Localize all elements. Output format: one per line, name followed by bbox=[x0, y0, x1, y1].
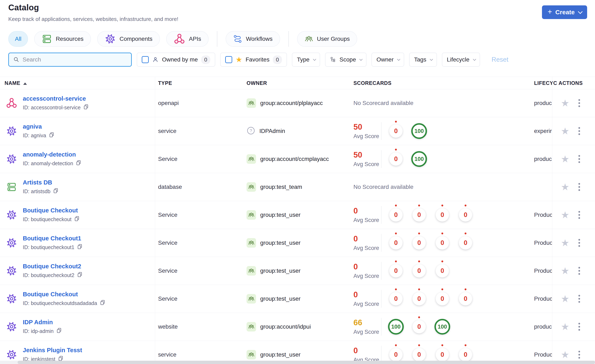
copy-icon[interactable] bbox=[76, 160, 81, 166]
tab-all[interactable]: All bbox=[8, 31, 28, 47]
copy-id-button[interactable] bbox=[100, 300, 106, 307]
entity-name-link[interactable]: IDP Admin bbox=[23, 319, 62, 326]
scorecard-badge[interactable]: 100 bbox=[384, 313, 408, 341]
row-menu-button[interactable] bbox=[577, 294, 581, 304]
favorite-star-button[interactable]: ★ bbox=[561, 294, 569, 304]
scorecard-badge[interactable]: 0 bbox=[408, 257, 431, 285]
row-menu-button[interactable] bbox=[577, 322, 581, 332]
column-header-type[interactable]: TYPE bbox=[158, 80, 172, 86]
entity-name-link[interactable]: anomaly-detection bbox=[23, 151, 81, 158]
copy-id-button[interactable] bbox=[83, 104, 89, 111]
entity-name-link[interactable]: Jenkins Plugin Tesst bbox=[23, 347, 82, 354]
owned-by-me-checkbox[interactable] bbox=[142, 56, 149, 63]
copy-id-button[interactable] bbox=[49, 132, 55, 139]
tab-user-groups[interactable]: User Groups bbox=[297, 31, 357, 47]
copy-icon[interactable] bbox=[49, 132, 55, 138]
scorecard-badge[interactable]: 0 bbox=[431, 201, 454, 229]
tab-workflows[interactable]: Workflows bbox=[226, 31, 280, 47]
scorecard-badge[interactable]: 0 bbox=[408, 201, 431, 229]
copy-id-button[interactable] bbox=[77, 272, 83, 279]
scorecard-badge[interactable]: 0 bbox=[384, 257, 408, 285]
scorecard-dot-icon bbox=[441, 204, 443, 206]
row-menu-button[interactable] bbox=[577, 266, 581, 276]
scorecard-badge[interactable]: 0 bbox=[454, 285, 477, 313]
scorecard-badge[interactable]: 100 bbox=[408, 145, 431, 173]
row-menu-button[interactable] bbox=[577, 238, 581, 248]
favorite-star-button[interactable]: ★ bbox=[561, 322, 569, 331]
entity-name-link[interactable]: Boutique Checkout bbox=[23, 291, 106, 298]
copy-icon[interactable] bbox=[74, 216, 80, 222]
copy-id-button[interactable] bbox=[74, 216, 80, 223]
copy-icon[interactable] bbox=[77, 244, 83, 250]
create-button[interactable]: + Create bbox=[542, 5, 587, 19]
scorecard-badge[interactable]: 0 bbox=[384, 201, 408, 229]
copy-id-button[interactable] bbox=[56, 328, 62, 335]
copy-icon[interactable] bbox=[77, 272, 83, 277]
entity-name-link[interactable]: Boutique Checkout bbox=[23, 207, 80, 214]
favorite-star-button[interactable]: ★ bbox=[561, 182, 569, 192]
copy-icon[interactable] bbox=[56, 328, 62, 333]
favorite-star-button[interactable]: ★ bbox=[561, 350, 569, 359]
row-menu-button[interactable] bbox=[577, 98, 581, 108]
gear-icon bbox=[105, 33, 116, 44]
scorecard-badge[interactable]: 0 bbox=[384, 145, 408, 173]
tags-filter-dropdown[interactable]: Tags bbox=[409, 53, 437, 67]
favorites-filter[interactable]: ★ Favorites 0 bbox=[220, 53, 287, 67]
scorecard-badge[interactable]: 0 bbox=[454, 201, 477, 229]
scorecard-badge[interactable]: 0 bbox=[431, 285, 454, 313]
scorecard-badge[interactable]: 0 bbox=[384, 117, 408, 145]
row-menu-button[interactable] bbox=[577, 210, 581, 220]
copy-icon[interactable] bbox=[58, 356, 64, 361]
column-header-scorecards[interactable]: SCORECARDS bbox=[354, 80, 392, 86]
entity-name-link[interactable]: agniva bbox=[23, 123, 55, 130]
tab-apis[interactable]: APIs bbox=[166, 31, 209, 47]
copy-icon[interactable] bbox=[83, 104, 89, 110]
scorecard-badge[interactable]: 0 bbox=[431, 229, 454, 257]
scorecard-badge[interactable]: 0 bbox=[454, 229, 477, 257]
favorite-star-button[interactable]: ★ bbox=[561, 154, 569, 164]
column-header-lifecycle[interactable]: LIFECYC bbox=[534, 80, 557, 86]
copy-id-button[interactable] bbox=[53, 188, 59, 195]
entity-name-link[interactable]: Artists DB bbox=[23, 179, 59, 186]
favorite-star-button[interactable]: ★ bbox=[561, 238, 569, 248]
entity-name-link[interactable]: Boutique Checkout2 bbox=[23, 263, 83, 270]
row-menu-button[interactable] bbox=[577, 154, 581, 164]
entity-name-link[interactable]: accesscontrol-service bbox=[23, 95, 89, 102]
scorecard-badge[interactable]: 0 bbox=[408, 313, 431, 341]
row-menu-button[interactable] bbox=[577, 350, 581, 360]
horizontal-scrollbar-thumb[interactable] bbox=[18, 361, 595, 364]
scope-filter-dropdown[interactable]: Scope bbox=[325, 53, 367, 67]
row-menu-button[interactable] bbox=[577, 126, 581, 136]
copy-id-button[interactable] bbox=[77, 244, 83, 251]
tab-components[interactable]: Components bbox=[97, 31, 160, 47]
horizontal-scrollbar[interactable] bbox=[0, 361, 595, 364]
scorecard-badge[interactable]: 0 bbox=[384, 285, 408, 313]
tab-resources[interactable]: Resources bbox=[34, 31, 91, 47]
copy-id-button[interactable] bbox=[76, 160, 81, 167]
column-header-name[interactable]: NAME bbox=[5, 80, 27, 86]
scorecard-badge[interactable]: 100 bbox=[408, 117, 431, 145]
favorite-star-button[interactable]: ★ bbox=[561, 98, 569, 108]
scorecard-badge[interactable]: 0 bbox=[384, 229, 408, 257]
scorecard-badge[interactable]: 0 bbox=[431, 257, 454, 285]
column-header-actions: ACTIONS bbox=[559, 80, 583, 86]
owned-by-me-filter[interactable]: Owned by me 0 bbox=[137, 53, 215, 67]
favorite-star-button[interactable]: ★ bbox=[561, 126, 569, 136]
lifecycle-filter-dropdown[interactable]: Lifecycle bbox=[442, 53, 480, 67]
lifecycle-cell: produc bbox=[534, 313, 552, 341]
search-input[interactable] bbox=[23, 56, 127, 63]
favorite-star-button[interactable]: ★ bbox=[561, 266, 569, 276]
scorecard-badge[interactable]: 0 bbox=[408, 229, 431, 257]
type-filter-dropdown[interactable]: Type bbox=[292, 53, 320, 67]
copy-icon[interactable] bbox=[53, 188, 59, 194]
owner-filter-dropdown[interactable]: Owner bbox=[371, 53, 404, 67]
reset-filters-link[interactable]: Reset bbox=[492, 56, 508, 63]
scorecard-badge[interactable]: 100 bbox=[431, 313, 454, 341]
copy-icon[interactable] bbox=[100, 300, 106, 305]
row-menu-button[interactable] bbox=[577, 182, 581, 192]
scorecard-badge[interactable]: 0 bbox=[408, 285, 431, 313]
entity-name-link[interactable]: Boutique Checkout1 bbox=[23, 235, 83, 242]
favorites-checkbox[interactable] bbox=[225, 56, 232, 63]
column-header-owner[interactable]: OWNER bbox=[247, 80, 267, 86]
favorite-star-button[interactable]: ★ bbox=[561, 210, 569, 220]
